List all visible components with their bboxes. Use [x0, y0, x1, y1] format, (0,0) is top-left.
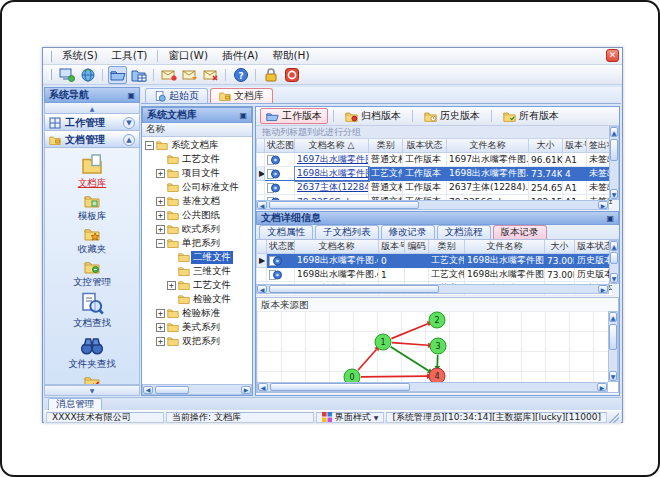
tab-起始页[interactable]: 起始页: [145, 88, 208, 103]
graph-vscrollbar[interactable]: ▲ ▼: [608, 311, 618, 382]
scroll-right-icon[interactable]: ▶: [597, 383, 607, 391]
close-tab-icon[interactable]: ✕: [606, 49, 619, 62]
mail-delete-button[interactable]: [201, 66, 220, 84]
column-header-文件名称[interactable]: 文件名称: [447, 139, 529, 153]
scroll-thumb[interactable]: [269, 285, 439, 293]
column-header-编码[interactable]: 编码: [405, 240, 429, 254]
column-header-状态图[interactable]: 状态图: [265, 139, 295, 153]
expand-icon[interactable]: +: [156, 323, 165, 332]
scroll-left-icon[interactable]: ◀: [258, 383, 268, 391]
column-header-大小[interactable]: 大小: [529, 139, 563, 153]
sidebar-scroll-up[interactable]: ▲: [44, 103, 140, 114]
power-button[interactable]: [282, 66, 301, 84]
scroll-thumb[interactable]: [270, 383, 410, 391]
sidebar-item-folder-control[interactable]: 文控管理: [50, 259, 135, 289]
column-header-版本号[interactable]: 版本号: [379, 240, 405, 254]
tree-item[interactable]: −三维文件: [142, 264, 252, 278]
tab-文档属性[interactable]: 文档属性: [259, 225, 313, 239]
table-row[interactable]: 1697出水嘴零件图.dwg普通文档工作版本1697出水嘴零件图.dwg96.6…: [257, 153, 613, 167]
tree-item[interactable]: +公共图纸: [142, 208, 252, 222]
tree-item[interactable]: +美式系列: [142, 320, 252, 334]
chevron-up-icon[interactable]: ▲: [123, 134, 135, 146]
globe-button[interactable]: [78, 66, 97, 84]
column-header-文件名称[interactable]: 文件名称: [465, 240, 545, 254]
tree-item[interactable]: +双把系列: [142, 334, 252, 348]
column-header-类别[interactable]: 类别: [429, 240, 465, 254]
tab-message-management[interactable]: 消息管理: [48, 398, 102, 410]
scroll-left-icon[interactable]: ◀: [257, 201, 267, 209]
menu-item[interactable]: 工具(T): [105, 48, 155, 64]
version-graph-canvas[interactable]: 01234: [257, 311, 608, 382]
document-link[interactable]: 2637主体(12284).dwg: [297, 182, 369, 192]
tree-item[interactable]: −工艺文件: [142, 152, 252, 166]
column-header-状态图[interactable]: 状态图: [267, 240, 295, 254]
scroll-right-icon[interactable]: ▶: [598, 285, 608, 293]
sidebar-item-folder-doc[interactable]: 文档库: [50, 152, 135, 190]
sidebar-item-binoculars[interactable]: 文件夹查找: [50, 333, 135, 371]
sidebar-item-doc-search[interactable]: 文档查找: [50, 292, 135, 330]
tree-item[interactable]: −公司标准文件: [142, 180, 252, 194]
expand-icon[interactable]: +: [156, 169, 165, 178]
menu-item[interactable]: 插件(A): [215, 48, 265, 64]
scroll-right-icon[interactable]: ▶: [241, 386, 251, 394]
tree-item[interactable]: −检验文件: [142, 292, 252, 306]
graph-hscrollbar[interactable]: ◀ ▶: [257, 382, 608, 392]
tab-文档库[interactable]: 文档库: [210, 88, 273, 103]
resize-grip[interactable]: [609, 412, 619, 423]
tab-修改记录[interactable]: 修改记录: [381, 225, 435, 239]
scroll-down-icon[interactable]: ▼: [609, 371, 617, 381]
sidebar-item-folder-template[interactable]: 模板库: [50, 193, 135, 223]
sidebar-scroll-down[interactable]: ▼: [44, 385, 140, 396]
style-selector[interactable]: 界面样式 ▼: [316, 412, 385, 423]
column-header-版本状态[interactable]: 版本状态: [575, 240, 613, 254]
table-row[interactable]: ▶1698出水嘴零件图.dwg工艺文件工作版本1698出水嘴零件图.dwg73.…: [257, 167, 613, 181]
table-row[interactable]: 1698出水嘴零件图.dwg1工艺文件1698出水嘴零件图.dwg73.00KB…: [257, 268, 613, 282]
folder-open-button[interactable]: [108, 66, 127, 84]
pushpin-icon[interactable]: ▣: [127, 91, 135, 100]
button-归档版本[interactable]: 归档版本: [339, 108, 407, 124]
scroll-right-icon[interactable]: ▶: [598, 201, 608, 209]
table-row[interactable]: 2637主体(12284).dwg普通文档工作版本2637主体(12284).d…: [257, 181, 613, 195]
tree-hscrollbar[interactable]: ◀ ▶: [142, 384, 252, 395]
folder-grid-button[interactable]: [129, 66, 148, 84]
menu-item[interactable]: 系统(S): [55, 48, 105, 64]
tree-item[interactable]: −系统文档库: [142, 138, 252, 152]
button-历史版本[interactable]: 历史版本: [418, 108, 486, 124]
documents-vscrollbar[interactable]: ▲ ▼: [609, 126, 619, 200]
column-header-文档名称[interactable]: 文档名称 △: [295, 139, 369, 153]
column-header-类别[interactable]: 类别: [369, 139, 403, 153]
sidebar-item-folder-star[interactable]: 收藏夹: [50, 226, 135, 256]
documents-hscrollbar[interactable]: ◀ ▶: [256, 200, 609, 210]
expand-icon[interactable]: +: [156, 211, 165, 220]
scroll-down-icon[interactable]: ▼: [610, 189, 618, 199]
column-header-文档名称[interactable]: 文档名称: [295, 240, 379, 254]
scroll-up-icon[interactable]: ▲: [610, 127, 618, 137]
tab-版本记录[interactable]: 版本记录: [493, 225, 547, 239]
tree-item[interactable]: +基准文档: [142, 194, 252, 208]
versions-hscrollbar[interactable]: ◀ ▶: [256, 284, 609, 294]
expand-icon[interactable]: +: [156, 225, 165, 234]
tab-子文档列表[interactable]: 子文档列表: [315, 225, 379, 239]
expand-icon[interactable]: +: [156, 337, 165, 346]
mail-button[interactable]: [159, 66, 178, 84]
tree-item[interactable]: +检验标准: [142, 306, 252, 320]
scroll-thumb[interactable]: [610, 252, 618, 264]
scroll-up-icon[interactable]: ▲: [609, 312, 617, 322]
scroll-thumb[interactable]: [610, 139, 618, 161]
collapse-icon[interactable]: −: [145, 141, 154, 150]
expand-icon[interactable]: +: [156, 197, 165, 206]
nav-group-documents[interactable]: 文档管理▲: [44, 131, 140, 148]
scroll-thumb[interactable]: [269, 201, 419, 209]
tree-item[interactable]: +工艺文件: [142, 278, 252, 292]
tree-item[interactable]: +项目文件: [142, 166, 252, 180]
document-link[interactable]: 1697出水嘴零件图.dwg: [297, 154, 369, 164]
document-link[interactable]: 1698出水嘴零件图.dwg: [297, 168, 369, 178]
tab-文档流程[interactable]: 文档流程: [437, 225, 491, 239]
button-所有版本[interactable]: 所有版本: [497, 108, 565, 124]
versions-vscrollbar[interactable]: ▲ ▼: [609, 240, 619, 284]
sidebar-item-folder-checkout[interactable]: 签出的文档: [50, 374, 135, 385]
tree-item[interactable]: −二维文件: [142, 250, 252, 264]
expand-icon[interactable]: +: [167, 281, 176, 290]
scroll-thumb[interactable]: [609, 324, 617, 350]
column-header-版本号[interactable]: 版本号: [563, 139, 587, 153]
